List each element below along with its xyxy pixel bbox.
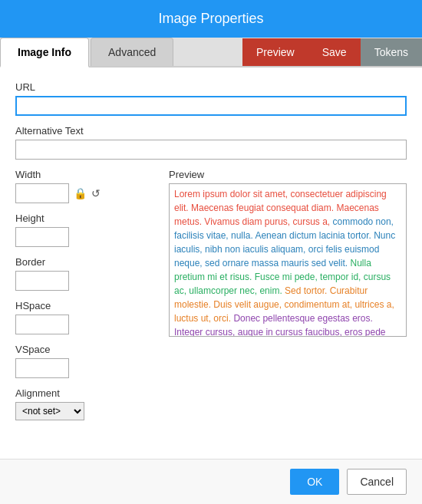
height-row: Height [15,212,153,247]
dialog-header: Image Properties [0,0,422,38]
tokens-tab-button[interactable]: Tokens [361,38,422,66]
alignment-label: Alignment [15,387,153,399]
preview-text: Lorem ipsum dolor sit amet, consectetuer… [174,189,398,337]
ok-button[interactable]: OK [290,469,339,495]
save-tab-button[interactable]: Save [308,38,361,66]
hspace-label: HSpace [15,300,153,311]
hspace-dim-row [15,315,153,334]
left-column: Width 🔒 ↺ Height Border [15,169,153,430]
tab-image-info[interactable]: Image Info [0,38,89,68]
hspace-input[interactable] [15,315,69,334]
alignment-select[interactable]: <not set> Left Right Top Middle Bottom [15,402,84,420]
width-label: Width [15,169,153,180]
url-input[interactable] [15,96,407,116]
preview-tab-button[interactable]: Preview [242,38,308,66]
height-dim-row [15,227,153,247]
dialog-title: Image Properties [158,11,263,26]
url-label: URL [15,81,407,93]
tab-right-group: Preview Save Tokens [242,38,422,66]
alt-text-label: Alternative Text [15,125,407,137]
alt-text-row: Alternative Text [15,125,407,160]
right-column: Preview Lorem ipsum dolor sit amet, cons… [169,169,407,430]
width-row: Width 🔒 ↺ [15,169,153,203]
alignment-row: Alignment <not set> Left Right Top Middl… [15,387,153,420]
width-input[interactable] [15,183,69,203]
tab-bar: Image Info Advanced Preview Save Tokens [0,38,422,68]
refresh-icon[interactable]: ↺ [91,187,101,199]
vspace-label: VSpace [15,344,153,355]
hspace-row: HSpace [15,300,153,334]
alt-text-input[interactable] [15,140,407,160]
vspace-input[interactable] [15,358,69,378]
vspace-dim-row [15,358,153,378]
width-dim-row: 🔒 ↺ [15,183,153,203]
dialog-footer: OK Cancel [0,459,422,504]
height-input[interactable] [15,227,69,247]
border-dim-row [15,271,153,291]
preview-label: Preview [169,169,407,180]
dialog-body: URL Alternative Text Width 🔒 ↺ Height [0,68,422,459]
lock-icon[interactable]: 🔒 [74,187,87,199]
border-row: Border [15,256,153,291]
border-label: Border [15,256,153,268]
two-col-section: Width 🔒 ↺ Height Border [15,169,407,430]
border-input[interactable] [15,271,69,291]
vspace-row: VSpace [15,344,153,378]
url-row: URL [15,81,407,116]
cancel-button[interactable]: Cancel [347,469,407,495]
preview-box: Lorem ipsum dolor sit amet, consectetuer… [169,183,407,337]
tab-advanced[interactable]: Advanced [91,38,173,66]
height-label: Height [15,212,153,224]
image-properties-dialog: Image Properties Image Info Advanced Pre… [0,0,422,504]
